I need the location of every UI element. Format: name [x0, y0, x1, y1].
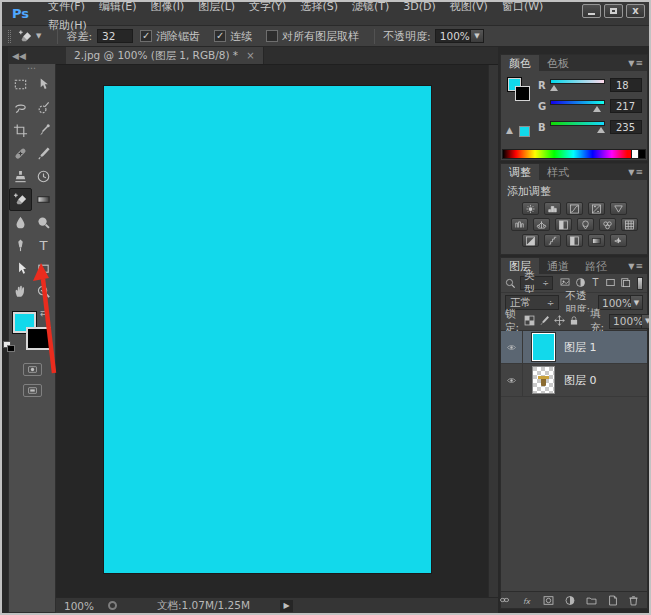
tool-pen[interactable]: [9, 234, 32, 257]
screen-mode-button[interactable]: [23, 384, 42, 397]
delete-layer-icon[interactable]: [628, 595, 639, 606]
lock-transparency-icon[interactable]: [524, 315, 535, 328]
panel-menu-icon[interactable]: ▼≡: [628, 258, 647, 274]
background-color-swatch[interactable]: [26, 327, 51, 350]
document-tab[interactable]: 2.jpg @ 100% (图层 1, RGB/8) * ×: [66, 47, 264, 64]
adjustment-exposure[interactable]: [588, 202, 605, 215]
tool-brush[interactable]: [32, 142, 55, 165]
lock-position-icon[interactable]: [554, 315, 565, 328]
filter-kind-combo[interactable]: 类型 ÷: [520, 276, 553, 290]
menu-item[interactable]: 文字(Y): [249, 0, 286, 13]
tool-eyedropper[interactable]: [32, 119, 55, 142]
checkbox-icon[interactable]: ✓: [214, 30, 226, 42]
tool-lasso[interactable]: [9, 96, 32, 119]
menu-item[interactable]: 3D(D): [403, 0, 436, 13]
checkbox-icon[interactable]: ✓: [140, 30, 152, 42]
adjustments-tab[interactable]: 样式: [539, 164, 577, 180]
channel-value[interactable]: 18: [610, 78, 642, 92]
lock-paint-icon[interactable]: [539, 315, 550, 328]
layer-thumbnail[interactable]: [532, 366, 555, 394]
adjustments-tab[interactable]: 调整: [501, 164, 539, 180]
menu-item[interactable]: 选择(S): [300, 0, 338, 13]
tool-path-selection[interactable]: [9, 257, 32, 280]
slider-handle-icon[interactable]: [550, 85, 558, 91]
menu-item[interactable]: 窗口(W): [502, 0, 543, 13]
white-swatch[interactable]: [632, 149, 639, 159]
option-checkbox[interactable]: ✓ 连续: [214, 29, 252, 44]
chevron-down-icon[interactable]: ▼: [471, 29, 484, 43]
layers-tab[interactable]: 通道: [539, 258, 577, 274]
canvas-area[interactable]: 100% 文档:1.07M/1.25M ▶: [56, 64, 498, 613]
eye-icon[interactable]: [505, 343, 518, 352]
fill-combo[interactable]: 100% ▼: [609, 314, 651, 329]
new-group-icon[interactable]: [585, 595, 598, 606]
spectrum-ramp[interactable]: [502, 149, 632, 159]
layer-row[interactable]: 图层 0: [501, 364, 647, 397]
checkbox-icon[interactable]: [266, 30, 278, 42]
menu-item[interactable]: 图像(I): [151, 0, 185, 13]
new-layer-icon[interactable]: [607, 595, 619, 606]
toolbar-grip[interactable]: ⋯: [27, 64, 37, 73]
lock-all-icon[interactable]: [569, 315, 579, 328]
adjustment-brightness-contrast[interactable]: [522, 202, 539, 215]
layer-name[interactable]: 图层 1: [564, 340, 597, 355]
quick-mask-button[interactable]: [23, 363, 42, 376]
tolerance-input[interactable]: 32: [97, 29, 133, 43]
tool-zoom[interactable]: [32, 280, 55, 303]
close-tab-icon[interactable]: ×: [246, 50, 254, 61]
channel-value[interactable]: 235: [610, 120, 642, 134]
tool-quick-selection[interactable]: [32, 96, 55, 119]
layer-effects-icon[interactable]: fx: [520, 595, 533, 606]
tool-rectangle-shape[interactable]: [32, 257, 55, 280]
layers-tab[interactable]: 路径: [577, 258, 615, 274]
channel-value[interactable]: 217: [610, 99, 642, 113]
fill-value[interactable]: 100%: [609, 314, 642, 329]
minimize-button[interactable]: [582, 4, 601, 18]
black-swatch[interactable]: [639, 149, 646, 159]
opacity-value[interactable]: 100%: [435, 29, 471, 43]
tool-crop[interactable]: [9, 119, 32, 142]
tool-type[interactable]: T: [32, 234, 55, 257]
tool-spot-healing-brush[interactable]: [9, 142, 32, 165]
menu-item[interactable]: 视图(V): [450, 0, 488, 13]
adjustment-vibrance[interactable]: [610, 202, 627, 215]
toolbar-collapse[interactable]: ◀◀: [8, 47, 56, 64]
channel-slider[interactable]: [550, 77, 605, 93]
adjustment-curves[interactable]: [566, 202, 583, 215]
tool-move[interactable]: [32, 73, 55, 96]
layer-thumbnail[interactable]: [532, 333, 555, 361]
vertical-scrollbar[interactable]: [488, 65, 498, 597]
tool-clone-stamp[interactable]: [9, 165, 32, 188]
color-tab[interactable]: 色板: [539, 55, 577, 71]
adjustment-photo-filter[interactable]: [577, 218, 594, 231]
tool-gradient[interactable]: [32, 188, 55, 211]
chevron-down-icon[interactable]: ▼: [642, 314, 651, 329]
menu-item[interactable]: 图层(L): [198, 0, 235, 13]
color-spectrum[interactable]: [502, 149, 646, 159]
panel-background-swatch[interactable]: [515, 86, 530, 101]
tool-dodge[interactable]: [32, 211, 55, 234]
adjustment-hue-saturation[interactable]: [511, 218, 528, 231]
layer-opacity-combo[interactable]: 100% ▼: [598, 295, 643, 310]
filter-toggle[interactable]: [637, 277, 643, 290]
adjustment-channel-mixer[interactable]: [599, 218, 616, 231]
link-layers-icon[interactable]: [498, 595, 511, 605]
maximize-button[interactable]: [604, 4, 623, 18]
new-adjustment-layer-icon[interactable]: [564, 595, 576, 606]
tool-blur[interactable]: [9, 211, 32, 234]
adjustment-posterize[interactable]: [544, 234, 561, 247]
chevron-down-icon[interactable]: ▼: [631, 295, 643, 310]
websafe-color-swatch[interactable]: [519, 126, 530, 137]
default-colors-icon[interactable]: [3, 341, 15, 352]
menu-item[interactable]: 文件(F): [48, 0, 85, 13]
adjustment-selective-color[interactable]: [610, 234, 627, 247]
canvas-document[interactable]: [104, 86, 431, 573]
option-checkbox[interactable]: 对所有图层取样: [266, 29, 359, 44]
slider-handle-icon[interactable]: [593, 106, 601, 112]
menu-item[interactable]: 编辑(E): [99, 0, 137, 13]
gamut-warning-icon[interactable]: ▲: [506, 125, 513, 135]
tool-history-brush[interactable]: [32, 165, 55, 188]
adjustment-threshold[interactable]: [566, 234, 583, 247]
layer-name[interactable]: 图层 0: [564, 373, 597, 388]
adjustment-invert[interactable]: [522, 234, 539, 247]
